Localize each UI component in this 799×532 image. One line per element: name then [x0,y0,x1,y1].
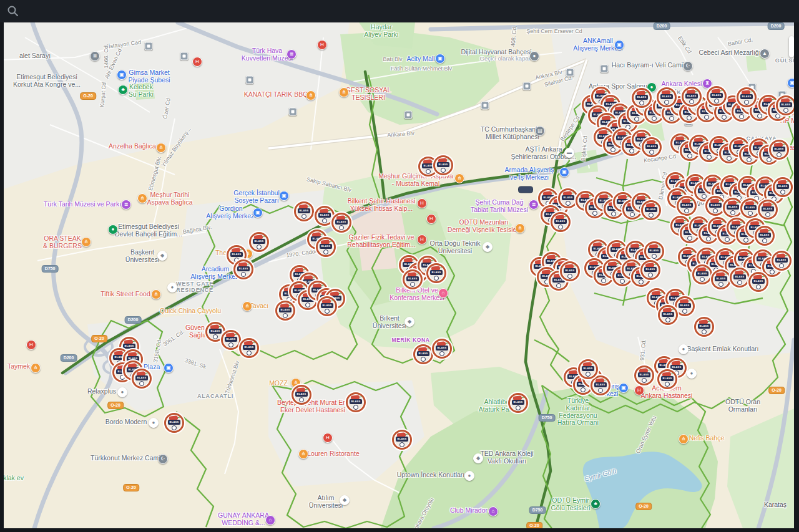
scooter-marker[interactable]: BLASS [432,339,452,359]
scooter-marker[interactable]: BLASS [403,269,423,289]
scooter-marker[interactable]: BLASS [634,365,654,385]
scooter-marker[interactable]: BLASS [413,344,433,364]
scooter-marker[interactable]: BLASS [657,369,677,389]
scooter-marker[interactable]: BLASS [508,393,528,413]
map-scroll-control[interactable] [789,36,794,57]
scooter-marker[interactable]: BLASS [316,237,336,257]
map-canvas[interactable]: Ankaraİstasyon Cad1466. Cd.Ahi Elvan Cd.… [4,22,794,528]
scooter-marker[interactable]: BLASS [642,137,662,157]
scooter-marker[interactable]: BLASS [331,213,351,233]
scooter-marker[interactable]: BLASS [433,155,453,175]
scooter-marker[interactable]: BLASS [164,413,184,433]
scooter-marker[interactable]: BLASS [426,263,446,283]
scooter-marker[interactable]: BLASS [776,95,794,115]
scooter-marker[interactable]: BLASS [692,264,712,284]
scooter-marker[interactable]: BLASS [644,241,664,261]
scooter-marker[interactable]: BLASS [769,140,789,160]
scooter-marker[interactable]: BLASS [730,268,750,288]
scooter-marker[interactable]: BLASS [632,88,652,108]
scooter-marker[interactable]: BLASS [275,301,295,321]
scooter-marker[interactable]: BLASS [772,251,792,271]
scooter-marker[interactable]: BLASS [773,177,793,197]
scooter-marker[interactable]: BLASS [737,87,757,107]
scooter-marker[interactable]: BLASS [578,359,598,379]
scooter-marker[interactable]: BLASS [682,87,702,107]
scooter-marker[interactable]: BLASS [758,200,778,220]
scooter-markers-layer: BLASSBLASSBLASSBLASSBLASSBLASSBLASSBLASS… [4,22,794,528]
scooter-marker[interactable]: BLASS [711,269,731,289]
scooter-marker[interactable]: BLASS [558,188,578,208]
scooter-marker[interactable]: BLASS [294,201,314,221]
scooter-marker[interactable]: BLASS [677,196,697,216]
scooter-marker[interactable]: BLASS [641,200,661,220]
scooter-marker[interactable]: BLASS [640,260,660,280]
scooter-marker[interactable]: BLASS [221,330,241,350]
scooter-marker[interactable]: BLASS [560,261,580,281]
scooter-marker[interactable]: BLASS [551,212,571,232]
scooter-marker[interactable]: BLASS [292,385,311,405]
search-icon[interactable] [6,4,20,18]
scooter-marker[interactable]: BLASS [233,259,253,279]
scooter-marker[interactable]: BLASS [694,317,714,337]
scooter-marker[interactable]: BLASS [239,338,259,358]
scooter-marker[interactable]: BLASS [591,375,610,395]
scooter-marker[interactable]: BLASS [249,232,269,252]
scooter-marker[interactable]: BLASS [346,392,366,412]
scooter-marker[interactable]: BLASS [707,86,727,106]
scooter-marker[interactable]: BLASS [657,87,677,107]
scooter-marker[interactable]: BLASS [317,296,337,316]
topbar [0,0,799,22]
scooter-marker[interactable]: BLASS [392,430,412,450]
scooter-marker[interactable]: BLASS [658,305,678,325]
scooter-marker[interactable]: BLASS [755,226,775,246]
scooter-marker[interactable]: BLASS [132,369,152,389]
scooter-marker[interactable]: BLASS [748,272,768,292]
